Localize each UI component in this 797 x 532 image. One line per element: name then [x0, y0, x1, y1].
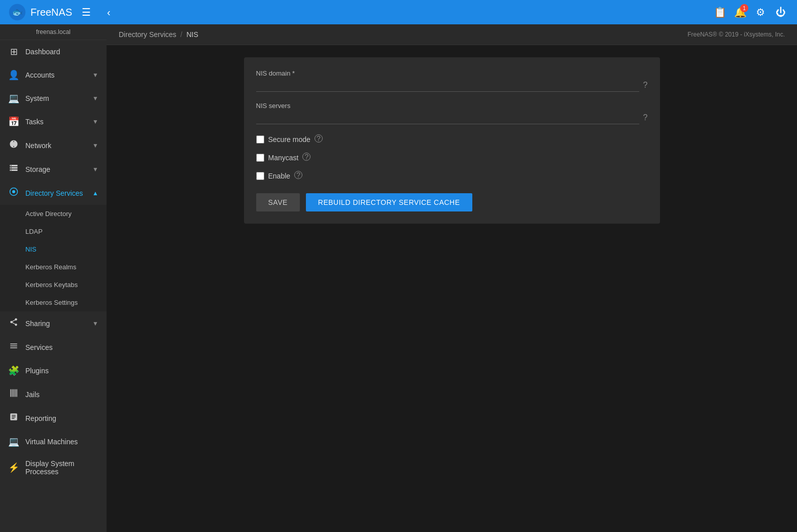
back-button[interactable]: ‹ [100, 4, 117, 20]
power-button[interactable]: ⏻ [773, 4, 789, 20]
copyright-text: FreeNAS® © 2019 - iXsystems, Inc. [687, 31, 785, 38]
secure-mode-label[interactable]: Secure mode [268, 135, 310, 144]
sidebar-item-storage-label: Storage [25, 165, 86, 173]
sidebar-item-tasks-label: Tasks [25, 118, 86, 126]
plugins-icon: 🧩 [8, 365, 19, 376]
secure-mode-checkbox[interactable] [256, 135, 264, 144]
system-arrow-icon: ▼ [92, 95, 98, 102]
freenas-logo-icon: 🐟 [8, 3, 26, 21]
nis-domain-input[interactable] [256, 79, 639, 92]
sidebar-item-services-label: Services [25, 343, 98, 351]
sidebar-item-plugins[interactable]: 🧩 Plugins [0, 359, 107, 382]
kerberos-keytabs-label: Kerberos Keytabs [25, 281, 78, 289]
storage-icon [8, 163, 19, 175]
rebuild-cache-button[interactable]: REBUILD DIRECTORY SERVICE CACHE [306, 193, 472, 211]
sidebar-item-network-label: Network [25, 141, 86, 150]
nis-domain-inner: NIS domain * [256, 69, 639, 92]
settings-icon: ⚙ [756, 6, 765, 18]
notes-icon: 📋 [714, 6, 726, 18]
sidebar-item-services[interactable]: Services [0, 335, 107, 359]
sidebar-item-accounts[interactable]: 👤 Accounts ▼ [0, 63, 107, 87]
sidebar-hostname: freenas.local [0, 24, 107, 40]
sidebar-item-jails[interactable]: Jails [0, 382, 107, 406]
network-arrow-icon: ▼ [92, 142, 98, 149]
sidebar-item-active-directory[interactable]: Active Directory [0, 205, 107, 223]
manycast-help-icon[interactable]: ? [302, 153, 310, 161]
sidebar-item-display-system-processes[interactable]: ⚡ Display System Processes [0, 453, 107, 482]
services-icon [8, 341, 19, 353]
topbar-right: 📋 🔔 1 ⚙ ⏻ [712, 4, 789, 20]
sidebar-item-dashboard[interactable]: ⊞ Dashboard [0, 40, 107, 63]
breadcrumb-separator: / [181, 30, 183, 39]
manycast-checkbox[interactable] [256, 154, 264, 162]
svg-text:🐟: 🐟 [12, 7, 23, 18]
back-icon: ‹ [107, 7, 111, 18]
sidebar-item-kerberos-keytabs[interactable]: Kerberos Keytabs [0, 276, 107, 294]
topbar-left: 🐟 FreeNAS ☰ ‹ [8, 3, 117, 21]
hamburger-icon: ☰ [82, 6, 91, 18]
manycast-label[interactable]: Manycast [268, 154, 299, 162]
nis-domain-row: NIS domain * ? [256, 69, 648, 92]
nis-servers-input[interactable] [256, 112, 639, 124]
sidebar-item-nis[interactable]: NIS [0, 240, 107, 258]
sidebar-item-ldap[interactable]: LDAP [0, 223, 107, 240]
enable-row: Enable ? [256, 171, 648, 181]
tasks-icon: 📅 [8, 116, 19, 127]
sidebar-item-tasks[interactable]: 📅 Tasks ▼ [0, 110, 107, 133]
network-icon [8, 139, 19, 151]
logo-text: FreeNAS [30, 7, 72, 18]
sidebar-item-system[interactable]: 💻 System ▼ [0, 87, 107, 110]
sidebar-item-kerberos-settings[interactable]: Kerberos Settings [0, 294, 107, 311]
breadcrumb-parent[interactable]: Directory Services [119, 30, 177, 39]
settings-button[interactable]: ⚙ [752, 4, 769, 20]
sidebar: freenas.local ⊞ Dashboard 👤 Accounts ▼ 💻… [0, 24, 107, 532]
main-layout: freenas.local ⊞ Dashboard 👤 Accounts ▼ 💻… [0, 24, 797, 532]
nis-servers-help-icon[interactable]: ? [643, 113, 648, 122]
secure-mode-help-icon[interactable]: ? [315, 134, 323, 143]
sidebar-item-plugins-label: Plugins [25, 367, 98, 375]
jails-icon [8, 388, 19, 400]
notifications-button[interactable]: 🔔 1 [732, 4, 748, 20]
sidebar-item-network[interactable]: Network ▼ [0, 133, 107, 157]
sharing-arrow-icon: ▼ [92, 320, 98, 327]
sidebar-item-sharing-label: Sharing [25, 320, 86, 328]
enable-label[interactable]: Enable [268, 172, 291, 180]
active-directory-label: Active Directory [25, 210, 72, 218]
reporting-icon [8, 412, 19, 424]
sidebar-item-dashboard-label: Dashboard [25, 48, 98, 56]
content-area: Directory Services / NIS FreeNAS® © 2019… [107, 24, 797, 532]
sidebar-item-sharing[interactable]: Sharing ▼ [0, 311, 107, 335]
directory-services-icon [8, 187, 19, 199]
menu-button[interactable]: ☰ [78, 4, 94, 20]
virtual-machines-icon: 💻 [8, 436, 19, 447]
form-container: NIS domain * ? NIS servers ? [107, 45, 797, 532]
sidebar-item-display-system-processes-label: Display System Processes [25, 459, 98, 476]
sidebar-item-kerberos-realms[interactable]: Kerberos Realms [0, 258, 107, 276]
tasks-arrow-icon: ▼ [92, 118, 98, 125]
storage-arrow-icon: ▼ [92, 166, 98, 173]
accounts-icon: 👤 [8, 69, 19, 81]
notes-button[interactable]: 📋 [712, 4, 728, 20]
nis-domain-help-icon[interactable]: ? [643, 81, 648, 90]
kerberos-settings-label: Kerberos Settings [25, 299, 78, 306]
topbar: 🐟 FreeNAS ☰ ‹ 📋 🔔 1 ⚙ ⏻ [0, 0, 797, 24]
nis-label: NIS [25, 245, 37, 253]
nis-servers-inner: NIS servers [256, 102, 639, 124]
sidebar-item-storage[interactable]: Storage ▼ [0, 157, 107, 181]
sidebar-item-reporting[interactable]: Reporting [0, 406, 107, 430]
enable-help-icon[interactable]: ? [294, 171, 302, 179]
sidebar-item-directory-services[interactable]: Directory Services ▲ [0, 181, 107, 205]
breadcrumb: Directory Services / NIS [119, 30, 198, 39]
kerberos-realms-label: Kerberos Realms [25, 263, 76, 271]
breadcrumb-bar: Directory Services / NIS FreeNAS® © 2019… [107, 24, 797, 45]
save-button[interactable]: SAVE [256, 193, 300, 211]
nis-form-card: NIS domain * ? NIS servers ? [244, 57, 660, 224]
accounts-arrow-icon: ▼ [92, 72, 98, 79]
directory-services-submenu: Active Directory LDAP NIS Kerberos Realm… [0, 205, 107, 311]
power-icon: ⏻ [776, 7, 786, 18]
sidebar-item-reporting-label: Reporting [25, 414, 98, 422]
sidebar-item-virtual-machines[interactable]: 💻 Virtual Machines [0, 430, 107, 453]
enable-checkbox[interactable] [256, 172, 264, 180]
secure-mode-row: Secure mode ? [256, 134, 648, 145]
sidebar-item-virtual-machines-label: Virtual Machines [25, 438, 98, 446]
